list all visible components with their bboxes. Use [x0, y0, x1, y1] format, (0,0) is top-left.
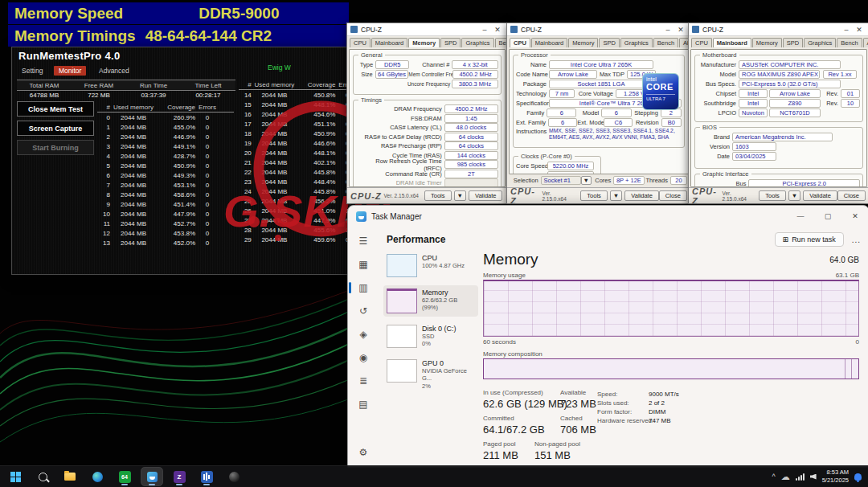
- tab-advanced[interactable]: Advanced: [94, 66, 134, 76]
- onedrive-cloud-icon[interactable]: ☁: [781, 472, 790, 482]
- table-row: 4 2044 MB 428.7% 0: [97, 151, 234, 161]
- titlebar[interactable]: CPU-Z – ✕: [347, 23, 507, 36]
- gpu-detail1: NVIDIA GeForce G...: [422, 367, 475, 383]
- tab-cpu[interactable]: CPU: [350, 38, 371, 47]
- network-icon[interactable]: [796, 473, 805, 481]
- close-icon[interactable]: ✕: [674, 26, 687, 34]
- titlebar[interactable]: Task Manager — ▢ ✕: [348, 206, 868, 227]
- tools-button[interactable]: Tools: [580, 190, 608, 201]
- close-icon[interactable]: ✕: [491, 26, 504, 34]
- cell-errors: 0: [195, 153, 219, 160]
- validate-button[interactable]: Validate: [624, 190, 659, 201]
- table-row: 29 2044 MB 459.6% 0: [239, 235, 350, 244]
- tab-setting[interactable]: Setting: [17, 66, 47, 76]
- select-dropdown-icon[interactable]: ▼: [581, 176, 592, 185]
- validate-button[interactable]: Validate: [803, 190, 837, 201]
- tray-chevron-icon[interactable]: ^: [772, 473, 775, 481]
- tools-button[interactable]: Tools: [424, 190, 452, 201]
- cell-errors: 0: [195, 211, 219, 218]
- usage-chart-max: 63.1 GB: [836, 272, 859, 279]
- performance-icon[interactable]: ▥: [354, 280, 373, 296]
- tab-spd[interactable]: SPD: [599, 38, 619, 47]
- close-icon[interactable]: ✕: [841, 212, 868, 220]
- validate-button[interactable]: Validate: [469, 190, 503, 201]
- memory-panel: Memory 64.0 GB Memory usage 63.1 GB 60 s…: [483, 251, 859, 467]
- tools-dropdown-icon[interactable]: ▼: [454, 190, 466, 201]
- cpu-z-button[interactable]: Z: [169, 468, 190, 485]
- committed-value: 64.1/67.2 GB: [483, 424, 545, 436]
- sidebar-item-gpu[interactable]: GPU 0 NVIDIA GeForce G... 2%: [383, 356, 478, 393]
- edge-button[interactable]: [87, 468, 108, 485]
- task-manager-button[interactable]: [141, 468, 162, 485]
- clocks-group: Clocks (P-Core #0) Core Speed5220.00 MHz…: [513, 156, 601, 174]
- services-icon[interactable]: ▤: [354, 396, 373, 412]
- more-menu-icon[interactable]: ...: [852, 235, 861, 244]
- badge-ultra: ULTRA 7: [646, 94, 675, 101]
- tab-bench[interactable]: Bench: [653, 38, 678, 47]
- tab-cpu[interactable]: CPU: [510, 38, 530, 47]
- socket-select[interactable]: Socket #1: [541, 176, 581, 185]
- gpu-app-button[interactable]: [223, 468, 244, 485]
- run-new-task-button[interactable]: ⊞ Run new task: [775, 232, 844, 247]
- file-explorer-button[interactable]: [59, 468, 80, 485]
- tab-memory[interactable]: Memory: [568, 38, 598, 47]
- tab-mainboard[interactable]: Mainboard: [531, 38, 567, 47]
- tab-monitor[interactable]: Monitor: [54, 66, 86, 76]
- cell-thread: 19: [239, 140, 252, 147]
- summary-h-run: Run Time: [126, 82, 181, 89]
- summary-total-ram: 64788 MB: [17, 92, 72, 99]
- minimize-icon[interactable]: —: [787, 212, 814, 220]
- tab-about[interactable]: About: [863, 38, 868, 47]
- disk-thumbnail: [387, 325, 417, 348]
- notification-bell-icon[interactable]: [854, 473, 862, 481]
- search-button[interactable]: [32, 468, 53, 485]
- tools-dropdown-icon[interactable]: ▼: [610, 190, 622, 201]
- tab-spd[interactable]: SPD: [783, 38, 803, 47]
- tab-mainboard[interactable]: Mainboard: [371, 38, 407, 47]
- processes-icon[interactable]: ▦: [354, 256, 373, 272]
- speaker-icon[interactable]: [810, 474, 817, 480]
- tab-mainboard[interactable]: Mainboard: [713, 38, 751, 47]
- start-button[interactable]: [5, 468, 26, 485]
- details-icon[interactable]: ≣: [354, 373, 373, 389]
- clock[interactable]: 8:53 AM 5/21/2025: [822, 469, 849, 485]
- minimize-icon[interactable]: –: [478, 26, 491, 34]
- startup-apps-icon[interactable]: ◈: [354, 326, 373, 342]
- table-row: 26 2044 MB 451.0% 0: [239, 206, 350, 215]
- hwinfo-button[interactable]: [196, 468, 217, 485]
- close-mem-test-button[interactable]: Close Mem Test: [17, 101, 94, 117]
- close-button[interactable]: Close: [659, 190, 687, 201]
- cell-thread: 6: [97, 172, 110, 179]
- users-icon[interactable]: ◉: [354, 350, 373, 366]
- memory-composition-bar[interactable]: [483, 358, 859, 379]
- sidebar-item-disk[interactable]: Disk 0 (C:) SSD 0%: [383, 321, 478, 351]
- titlebar[interactable]: CPU-Z – ✕: [689, 23, 868, 36]
- sidebar-item-memory[interactable]: Memory 62.6/63.2 GB (99%): [383, 285, 478, 317]
- tools-button[interactable]: Tools: [759, 190, 786, 201]
- tab-graphics[interactable]: Graphics: [461, 38, 493, 47]
- tab-spd[interactable]: SPD: [440, 38, 461, 47]
- close-button[interactable]: Close: [837, 190, 866, 201]
- settings-gear-icon[interactable]: ⚙: [354, 444, 373, 460]
- minimize-icon[interactable]: –: [661, 26, 674, 34]
- close-icon[interactable]: ✕: [853, 26, 866, 34]
- menu-icon[interactable]: ☰: [354, 233, 373, 249]
- app-history-icon[interactable]: ↺: [354, 303, 373, 319]
- timing-label: CAS# Latency (CL): [356, 124, 444, 131]
- titlebar[interactable]: CPU-Z – ✕: [507, 23, 690, 36]
- tab-cpu[interactable]: CPU: [691, 38, 712, 47]
- tools-dropdown-icon[interactable]: ▼: [788, 190, 800, 201]
- tab-bench[interactable]: Bench: [837, 38, 862, 47]
- cell-coverage: 451.0%: [297, 207, 335, 215]
- tab-graphics[interactable]: Graphics: [804, 38, 836, 47]
- minimize-icon[interactable]: –: [840, 26, 853, 34]
- memtest64-button[interactable]: 64: [114, 468, 135, 485]
- screen-capture-button[interactable]: Screen Capture: [17, 121, 94, 136]
- tab-memory[interactable]: Memory: [752, 38, 782, 47]
- sidebar-item-cpu[interactable]: CPU 100% 4.87 GHz: [383, 251, 478, 280]
- tab-memory[interactable]: Memory: [408, 38, 440, 47]
- maximize-icon[interactable]: ▢: [814, 212, 841, 220]
- summary-h-total: Total RAM: [17, 82, 72, 89]
- tab-graphics[interactable]: Graphics: [620, 38, 653, 47]
- cell-used-memory: 2044 MB: [110, 124, 157, 131]
